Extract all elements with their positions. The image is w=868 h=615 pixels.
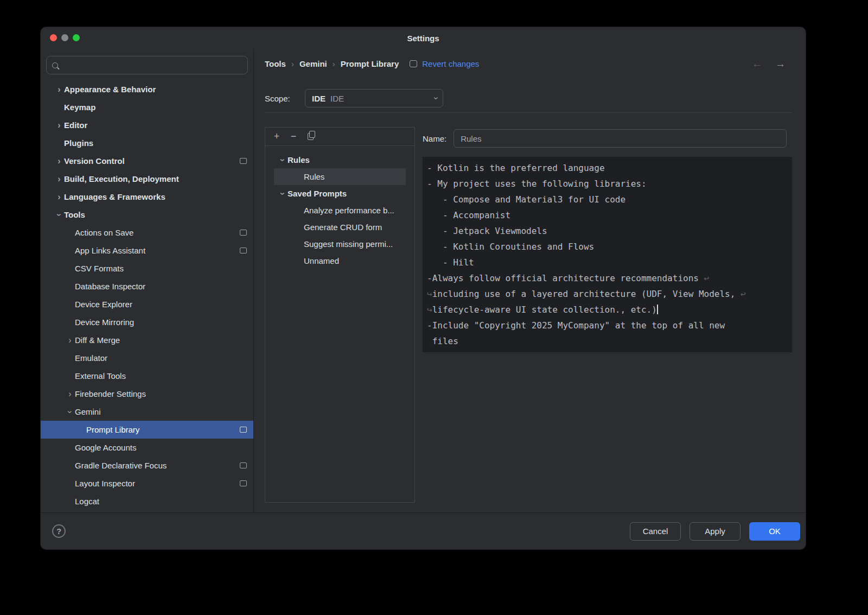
sidebar-item-label: Build, Execution, Deployment	[64, 174, 179, 183]
chevron-right-icon[interactable]: ›	[54, 157, 64, 166]
add-prompt-button[interactable]: +	[270, 130, 284, 144]
sidebar-item-tools[interactable]: ›Tools	[41, 206, 253, 224]
scope-value-prefix: IDE	[312, 94, 326, 103]
chevron-down-icon: ›	[431, 97, 440, 99]
prompt-detail-panel: Name: - Kotlin is the preferred language…	[423, 127, 792, 512]
sidebar-item-label: Device Mirroring	[75, 318, 134, 327]
sidebar-item-database-inspector[interactable]: Database Inspector	[41, 277, 253, 295]
prompt-name-input[interactable]	[454, 129, 787, 148]
sidebar-item-label: Prompt Library	[86, 425, 139, 434]
editor-line: - Kotlin Coroutines and Flows	[427, 239, 788, 255]
sidebar-item-gemini[interactable]: ›Gemini	[41, 403, 253, 421]
prompt-label: Analyze performance b...	[304, 206, 394, 215]
prompt-item-suggest-missing-permi[interactable]: Suggest missing permi...	[274, 236, 406, 252]
sidebar-item-logcat[interactable]: Logcat	[41, 492, 253, 510]
sidebar-item-diff-merge[interactable]: ›Diff & Merge	[41, 331, 253, 349]
footer-bar: ? Cancel Apply OK	[41, 512, 806, 549]
sidebar-item-app-links-assistant[interactable]: App Links Assistant	[41, 242, 253, 259]
prompt-item-generate-crud-form[interactable]: Generate CRUD form	[274, 219, 406, 236]
sidebar-item-editor[interactable]: ›Editor	[41, 116, 253, 134]
settings-sidebar: ›Appearance & BehaviorKeymap›EditorPlugi…	[41, 49, 254, 512]
chevron-right-icon[interactable]: ›	[54, 175, 64, 183]
sidebar-item-external-tools[interactable]: External Tools	[41, 367, 253, 385]
prompt-label: Generate CRUD form	[304, 223, 382, 232]
breadcrumb-item-gemini[interactable]: Gemini	[299, 59, 327, 68]
cancel-button[interactable]: Cancel	[630, 522, 681, 541]
name-label: Name:	[423, 134, 446, 143]
settings-sync-icon	[240, 427, 247, 433]
prompt-item-unnamed[interactable]: Unnamed	[274, 252, 406, 269]
apply-button[interactable]: Apply	[690, 522, 741, 541]
breadcrumb-item-tools[interactable]: Tools	[265, 59, 286, 68]
sidebar-item-label: Emulator	[75, 353, 107, 363]
settings-sync-icon	[240, 480, 247, 486]
sidebar-item-device-explorer[interactable]: Device Explorer	[41, 295, 253, 313]
remove-prompt-button[interactable]: −	[286, 130, 301, 144]
titlebar: Settings	[41, 27, 806, 49]
chevron-down-icon[interactable]: ›	[278, 189, 287, 199]
sidebar-item-label: App Links Assistant	[75, 246, 145, 255]
editor-line-text: - Compose and Material3 for UI code	[427, 194, 626, 205]
prompt-item-analyze-performance-b[interactable]: Analyze performance b...	[274, 202, 406, 219]
sidebar-item-languages-frameworks[interactable]: ›Languages & Frameworks	[41, 188, 253, 206]
editor-line: - My project uses the following librarie…	[427, 176, 788, 192]
ok-button[interactable]: OK	[749, 522, 800, 541]
prompt-group-saved-prompts[interactable]: ›Saved Prompts	[274, 185, 406, 202]
editor-line-text: - Hilt	[427, 257, 474, 268]
chevron-right-icon[interactable]: ›	[65, 336, 75, 345]
sidebar-item-emulator[interactable]: Emulator	[41, 349, 253, 367]
chevron-down-icon[interactable]: ›	[55, 210, 63, 220]
forward-icon[interactable]: →	[775, 59, 786, 69]
sidebar-item-label: Firebender Settings	[75, 389, 146, 398]
search-input[interactable]	[63, 60, 242, 71]
sidebar-item-device-mirroring[interactable]: Device Mirroring	[41, 313, 253, 331]
sidebar-item-version-control[interactable]: ›Version Control	[41, 152, 253, 170]
soft-wrap-start-icon: ↪	[427, 305, 432, 315]
sidebar-item-gradle-declarative-focus[interactable]: Gradle Declarative Focus	[41, 457, 253, 474]
editor-line: - Kotlin is the preferred language	[427, 160, 788, 176]
breadcrumb-separator-icon: ›	[333, 59, 335, 68]
copy-prompt-button[interactable]	[303, 130, 317, 144]
chevron-right-icon[interactable]: ›	[54, 121, 64, 130]
sidebar-item-appearance-behavior[interactable]: ›Appearance & Behavior	[41, 80, 253, 98]
sidebar-item-csv-formats[interactable]: CSV Formats	[41, 259, 253, 277]
soft-wrap-end-icon: ↩	[741, 289, 746, 299]
sidebar-item-label: Actions on Save	[75, 228, 133, 237]
editor-line-text: -Include "Copyright 2025 MyCompany" at t…	[427, 320, 725, 331]
sidebar-item-firebender-settings[interactable]: ›Firebender Settings	[41, 385, 253, 403]
editor-line: -Always follow official architecture rec…	[427, 270, 788, 286]
chevron-down-icon[interactable]: ›	[278, 155, 287, 165]
sidebar-item-label: External Tools	[75, 371, 126, 381]
help-button[interactable]: ?	[52, 524, 66, 538]
editor-line: ↪lifecycle-aware UI state collection., e…	[427, 302, 788, 318]
sidebar-item-build-execution-deployment[interactable]: ›Build, Execution, Deployment	[41, 170, 253, 188]
editor-line-text: -Always follow official architecture rec…	[427, 273, 704, 283]
sidebar-item-label: Logcat	[75, 497, 99, 506]
chevron-right-icon[interactable]: ›	[54, 193, 64, 201]
settings-content: Tools › Gemini › Prompt Library Revert c…	[254, 49, 806, 512]
sidebar-item-prompt-library[interactable]: Prompt Library	[41, 421, 253, 439]
back-icon[interactable]: ←	[752, 59, 762, 69]
sidebar-item-label: Appearance & Behavior	[64, 85, 156, 94]
window-title: Settings	[41, 27, 806, 49]
revert-changes-link[interactable]: Revert changes	[422, 59, 479, 68]
prompt-editor[interactable]: - Kotlin is the preferred language- My p…	[423, 157, 792, 352]
editor-line: -Include "Copyright 2025 MyCompany" at t…	[427, 318, 788, 333]
prompt-group-rules[interactable]: ›Rules	[274, 151, 406, 168]
scope-select[interactable]: IDE IDE ›	[305, 89, 443, 107]
sidebar-item-layout-inspector[interactable]: Layout Inspector	[41, 474, 253, 492]
chevron-right-icon[interactable]: ›	[54, 85, 64, 94]
chevron-right-icon[interactable]: ›	[65, 390, 75, 398]
settings-sync-icon	[240, 462, 247, 468]
search-field[interactable]	[46, 56, 248, 74]
history-nav: ← →	[752, 59, 792, 69]
sidebar-item-plugins[interactable]: Plugins	[41, 134, 253, 152]
sidebar-item-google-accounts[interactable]: Google Accounts	[41, 439, 253, 457]
sidebar-item-actions-on-save[interactable]: Actions on Save	[41, 224, 253, 242]
sidebar-item-label: Version Control	[64, 156, 125, 166]
chevron-down-icon[interactable]: ›	[66, 407, 74, 417]
editor-line-text: - Jetpack Viewmodels	[427, 226, 547, 236]
prompt-item-rules[interactable]: Rules	[274, 168, 406, 185]
settings-tree: ›Appearance & BehaviorKeymap›EditorPlugi…	[41, 78, 253, 512]
sidebar-item-keymap[interactable]: Keymap	[41, 98, 253, 116]
